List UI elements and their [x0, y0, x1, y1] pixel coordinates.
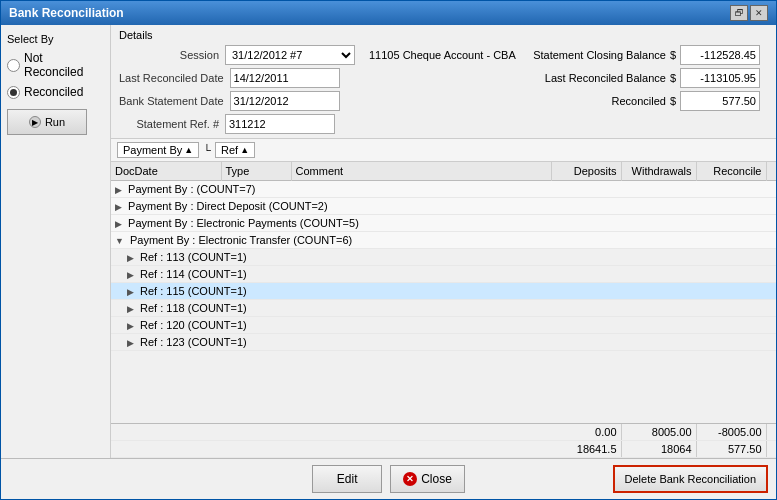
main-content: Select By Not Reconciled Reconciled ▶ Ru…: [1, 25, 776, 458]
last-reconciled-balance-symbol: $: [670, 72, 676, 84]
table-row[interactable]: ▼ Payment By : Electronic Transfer (COUN…: [111, 232, 776, 249]
col-header-docdate[interactable]: DocDate: [111, 162, 221, 181]
edit-label: Edit: [337, 472, 358, 486]
run-label: Run: [45, 116, 65, 128]
window-title: Bank Reconciliation: [9, 6, 124, 20]
main-table: DocDate Type Comment Deposits Withdrawal…: [111, 162, 776, 351]
run-icon: ▶: [29, 116, 41, 128]
col-header-deposits[interactable]: Deposits: [551, 162, 621, 181]
footer-row-2: 18641.5 18064 577.50 0.00: [111, 441, 776, 458]
group-row-cell: ▼ Payment By : Electronic Transfer (COUN…: [111, 232, 776, 249]
subgroup-row-cell: ▶ Ref : 118 (COUNT=1): [111, 300, 776, 317]
expand-icon: ▶: [115, 202, 122, 212]
statement-ref-label: Statement Ref. #: [119, 118, 219, 130]
details-left: Session 31/12/2012 #7 11105 Cheque Accou…: [119, 45, 516, 134]
last-reconciled-balance-row: Last Reconciled Balance $ -113105.95: [545, 68, 760, 88]
footer1-batch: 0.00: [766, 424, 776, 441]
payment-by-label: Payment By: [123, 144, 182, 156]
sort-bar: Payment By ▲ └ Ref ▲: [111, 139, 776, 162]
restore-button[interactable]: 🗗: [730, 5, 748, 21]
details-right: Statement Closing Balance $ -112528.45 L…: [533, 45, 768, 134]
footer-row-1: 0.00 8005.00 -8005.00 0.00 18641.5 18064…: [111, 423, 776, 458]
table-row[interactable]: ▶ Payment By : Direct Deposit (COUNT=2): [111, 198, 776, 215]
main-window: Bank Reconciliation 🗗 ✕ Select By Not Re…: [0, 0, 777, 500]
close-label: Close: [421, 472, 452, 486]
reconciled-balance-value: 577.50: [680, 91, 760, 111]
payment-by-sort-chip[interactable]: Payment By ▲: [117, 142, 199, 158]
statement-closing-balance-label: Statement Closing Balance: [533, 49, 666, 61]
expand-icon: ▶: [127, 338, 134, 348]
expand-icon: ▶: [115, 185, 122, 195]
bank-statement-date-input[interactable]: [230, 91, 340, 111]
delete-button[interactable]: Delete Bank Reconciliation: [613, 465, 768, 493]
bank-statement-date-label: Bank Statement Date: [119, 95, 224, 107]
table-container[interactable]: DocDate Type Comment Deposits Withdrawal…: [111, 162, 776, 423]
table-row[interactable]: ▶ Ref : 114 (COUNT=1): [111, 266, 776, 283]
group-row-cell: ▶ Payment By : Electronic Payments (COUN…: [111, 215, 776, 232]
footer1-reconcile: -8005.00: [696, 424, 766, 441]
run-button[interactable]: ▶ Run: [7, 109, 87, 135]
left-panel: Select By Not Reconciled Reconciled ▶ Ru…: [1, 25, 111, 458]
expand-icon: ▼: [115, 236, 124, 246]
footer1-deposits: 0.00: [551, 424, 621, 441]
details-grid: Session 31/12/2012 #7 11105 Cheque Accou…: [119, 45, 768, 134]
not-reconciled-radio[interactable]: Not Reconciled: [7, 51, 104, 79]
close-button[interactable]: ✕ Close: [390, 465, 465, 493]
right-panel: Details Session 31/12/2012 #7 11105 Cheq…: [111, 25, 776, 458]
table-row[interactable]: ▶ Payment By : Electronic Payments (COUN…: [111, 215, 776, 232]
reconciled-balance-symbol: $: [670, 95, 676, 107]
col-header-type[interactable]: Type: [221, 162, 291, 181]
col-header-reconcile[interactable]: Reconcile: [696, 162, 766, 181]
last-reconciled-date-label: Last Reconciled Date: [119, 72, 224, 84]
not-reconciled-label: Not Reconciled: [24, 51, 104, 79]
expand-icon: ▶: [127, 253, 134, 263]
not-reconciled-circle: [7, 59, 20, 72]
close-icon: ✕: [403, 472, 417, 486]
radio-group: Not Reconciled Reconciled: [7, 51, 104, 99]
edit-button[interactable]: Edit: [312, 465, 382, 493]
session-select[interactable]: 31/12/2012 #7: [225, 45, 355, 65]
footer2-reconcile: 577.50: [696, 441, 766, 458]
details-label: Details: [119, 29, 768, 41]
reconciled-balance-row: Reconciled $ 577.50: [611, 91, 760, 111]
reconciled-balance-label: Reconciled: [611, 95, 665, 107]
group-row-cell: ▶ Payment By : Direct Deposit (COUNT=2): [111, 198, 776, 215]
statement-ref-input[interactable]: [225, 114, 335, 134]
expand-icon: ▶: [115, 219, 122, 229]
last-reconciled-date-input[interactable]: [230, 68, 340, 88]
footer2-batch: 0.00: [766, 441, 776, 458]
session-label: Session: [119, 49, 219, 61]
subgroup-row-cell: ▶ Ref : 123 (COUNT=1): [111, 334, 776, 351]
subgroup-row-cell-highlighted: ▶ Ref : 115 (COUNT=1): [111, 283, 776, 300]
sort-arrow-up: ▲: [184, 145, 193, 155]
statement-closing-balance-row: Statement Closing Balance $ -112528.45: [533, 45, 760, 65]
footer1-withdrawals: 8005.00: [621, 424, 696, 441]
footer2-withdrawals: 18064: [621, 441, 696, 458]
table-row[interactable]: ▶ Ref : 118 (COUNT=1): [111, 300, 776, 317]
delete-label: Delete Bank Reconciliation: [625, 473, 756, 485]
reconciled-circle: [7, 86, 20, 99]
last-reconciled-balance-label: Last Reconciled Balance: [545, 72, 666, 84]
action-bar: Edit ✕ Close Delete Bank Reconciliation: [1, 458, 776, 499]
title-controls: 🗗 ✕: [730, 5, 768, 21]
ref-sort-chip[interactable]: Ref ▲: [215, 142, 255, 158]
col-header-comment[interactable]: Comment: [291, 162, 551, 181]
col-header-withdrawals[interactable]: Withdrawals: [621, 162, 696, 181]
table-row[interactable]: ▶ Payment By : (COUNT=7): [111, 181, 776, 198]
title-bar: Bank Reconciliation 🗗 ✕: [1, 1, 776, 25]
expand-icon: ▶: [127, 287, 134, 297]
ref-sort-arrow-up: ▲: [240, 145, 249, 155]
table-row[interactable]: ▶ Ref : 120 (COUNT=1): [111, 317, 776, 334]
subgroup-row-cell: ▶ Ref : 113 (COUNT=1): [111, 249, 776, 266]
last-reconciled-balance-value: -113105.95: [680, 68, 760, 88]
table-row[interactable]: ▶ Ref : 113 (COUNT=1): [111, 249, 776, 266]
reconciled-label: Reconciled: [24, 85, 83, 99]
reconciled-radio[interactable]: Reconciled: [7, 85, 104, 99]
table-row[interactable]: ▶ Ref : 115 (COUNT=1): [111, 283, 776, 300]
col-header-batch[interactable]: Batch: [766, 162, 776, 181]
expand-icon: ▶: [127, 321, 134, 331]
footer2-deposits: 18641.5: [551, 441, 621, 458]
expand-icon: ▶: [127, 270, 134, 280]
table-row[interactable]: ▶ Ref : 123 (COUNT=1): [111, 334, 776, 351]
close-window-button[interactable]: ✕: [750, 5, 768, 21]
